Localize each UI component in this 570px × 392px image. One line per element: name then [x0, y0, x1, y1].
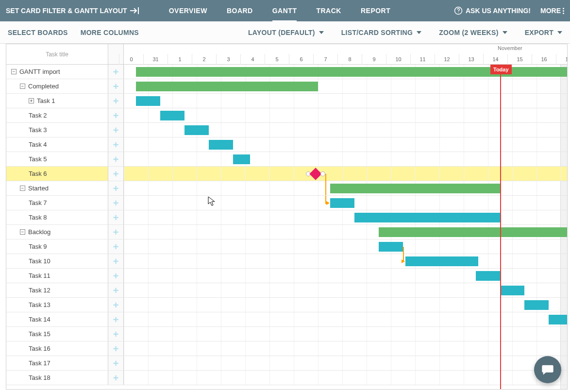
gantt-bar[interactable] [500, 286, 524, 295]
add-subtask-button[interactable]: + [108, 356, 124, 370]
today-indicator-line [500, 65, 501, 389]
add-subtask-button[interactable]: + [108, 239, 124, 254]
gantt-bar[interactable] [330, 184, 500, 193]
add-subtask-button[interactable]: + [108, 167, 124, 181]
sorting-dropdown[interactable]: LIST/CARD SORTING [341, 29, 421, 36]
gantt-bar[interactable] [209, 140, 233, 150]
ask-us-anything-button[interactable]: ASK US ANYTHING! [454, 6, 531, 15]
collapse-minus-icon[interactable]: − [20, 186, 25, 191]
chat-icon [541, 363, 554, 376]
add-subtask-button[interactable]: + [108, 94, 124, 108]
gantt-row[interactable]: Task 15+ [6, 327, 567, 341]
tab-report[interactable]: REPORT [361, 0, 390, 21]
task-title-label: Task 12 [29, 287, 50, 294]
gantt-row[interactable]: −GANTT import+ [6, 65, 567, 79]
add-subtask-button[interactable]: + [108, 108, 124, 122]
gantt-row[interactable]: Task 16+ [6, 341, 567, 356]
gantt-bar[interactable] [405, 256, 478, 266]
milestone-handle[interactable] [320, 171, 325, 176]
gantt-bar[interactable] [160, 111, 184, 120]
tab-board[interactable]: BOARD [227, 0, 253, 21]
gantt-row[interactable]: Task 7+ [6, 196, 567, 210]
tab-gantt[interactable]: GANTT [272, 0, 297, 21]
gantt-row[interactable]: Task 9+ [6, 239, 567, 254]
timeline-day: 14 [483, 54, 507, 65]
more-menu-button[interactable]: MORE [540, 7, 564, 15]
add-subtask-button[interactable]: + [108, 269, 124, 283]
add-subtask-button[interactable]: + [108, 341, 124, 356]
gantt-row[interactable]: Task 11+ [6, 269, 567, 283]
add-subtask-button[interactable]: + [108, 254, 124, 268]
gantt-row[interactable]: Task 4+ [6, 137, 567, 152]
chevron-down-icon [319, 31, 324, 34]
task-title-label: Task 9 [29, 243, 47, 250]
gantt-row[interactable]: Task 5+ [6, 152, 567, 167]
gantt-bar[interactable] [379, 227, 567, 237]
gantt-bar[interactable] [136, 96, 160, 106]
task-title-label: Started [28, 185, 49, 192]
gantt-row[interactable]: Task 14+ [6, 312, 567, 327]
gantt-bar[interactable] [136, 82, 318, 91]
gantt-row[interactable]: −Started+ [6, 181, 567, 196]
gantt-row[interactable]: Task 10+ [6, 254, 567, 269]
zoom-dropdown[interactable]: ZOOM (2 WEEKS) [439, 29, 507, 36]
add-subtask-button[interactable]: + [108, 65, 124, 79]
gantt-row[interactable]: Task 6+ [6, 167, 567, 181]
gantt-bar[interactable] [379, 242, 403, 252]
plus-icon: + [113, 329, 119, 339]
gantt-bar[interactable] [330, 198, 354, 208]
expand-plus-icon[interactable]: + [29, 98, 34, 103]
collapse-minus-icon[interactable]: − [11, 69, 17, 74]
gantt-bar[interactable] [549, 315, 567, 324]
gantt-row[interactable]: +Task 1+ [6, 94, 567, 108]
task-title-label: Task 4 [29, 141, 47, 148]
add-subtask-button[interactable]: + [108, 152, 124, 166]
timeline-day: 11 [410, 54, 435, 65]
plus-icon: + [113, 271, 119, 281]
task-title-label: Task 14 [29, 316, 50, 323]
gantt-row[interactable]: −Completed+ [6, 79, 567, 94]
gantt-row[interactable]: Task 13+ [6, 298, 567, 312]
add-subtask-button[interactable]: + [108, 225, 124, 239]
gantt-row[interactable]: Task 2+ [6, 108, 567, 123]
add-subtask-button[interactable]: + [108, 210, 124, 224]
tab-track[interactable]: TRACK [316, 0, 341, 21]
svg-point-1 [458, 13, 458, 13]
milestone-diamond[interactable] [309, 168, 321, 180]
more-columns-button[interactable]: MORE COLUMNS [81, 29, 139, 36]
gantt-row[interactable]: Task 3+ [6, 123, 567, 137]
gantt-row[interactable]: Task 17+ [6, 356, 567, 371]
gantt-row[interactable]: Task 8+ [6, 210, 567, 225]
timeline-day: 1 [168, 54, 192, 65]
gantt-row[interactable]: Task 18+ [6, 371, 567, 385]
gantt-row[interactable]: Task 12+ [6, 283, 567, 298]
set-card-filter-button[interactable]: SET CARD FILTER & GANTT LAYOUT [6, 7, 140, 15]
gantt-bar[interactable] [233, 154, 250, 164]
gantt-bar[interactable] [184, 125, 209, 135]
collapse-minus-icon[interactable]: − [20, 229, 25, 235]
layout-dropdown[interactable]: LAYOUT (DEFAULT) [248, 29, 324, 36]
add-subtask-button[interactable]: + [108, 312, 124, 326]
export-dropdown[interactable]: EXPORT [525, 29, 562, 36]
plus-icon: + [113, 344, 119, 354]
add-subtask-button[interactable]: + [108, 196, 124, 210]
gantt-bar[interactable] [476, 271, 500, 281]
add-subtask-button[interactable]: + [108, 79, 124, 93]
task-title-label: Task 1 [37, 97, 55, 104]
add-subtask-button[interactable]: + [108, 283, 124, 297]
gantt-row[interactable]: −Backlog+ [6, 225, 567, 239]
add-subtask-button[interactable]: + [108, 298, 124, 312]
tab-overview[interactable]: OVERVIEW [169, 0, 207, 21]
add-subtask-button[interactable]: + [108, 181, 124, 195]
add-subtask-button[interactable]: + [108, 123, 124, 137]
add-subtask-button[interactable]: + [108, 137, 124, 152]
gantt-bar[interactable] [524, 300, 549, 310]
task-title-label: Task 17 [29, 359, 50, 367]
task-title-label: Task 6 [29, 170, 47, 177]
gantt-bar[interactable] [354, 213, 500, 222]
collapse-minus-icon[interactable]: − [20, 84, 25, 89]
select-boards-button[interactable]: SELECT BOARDS [8, 29, 68, 36]
chat-fab-button[interactable] [534, 356, 561, 383]
add-subtask-button[interactable]: + [108, 327, 124, 341]
add-subtask-button[interactable]: + [108, 371, 124, 385]
